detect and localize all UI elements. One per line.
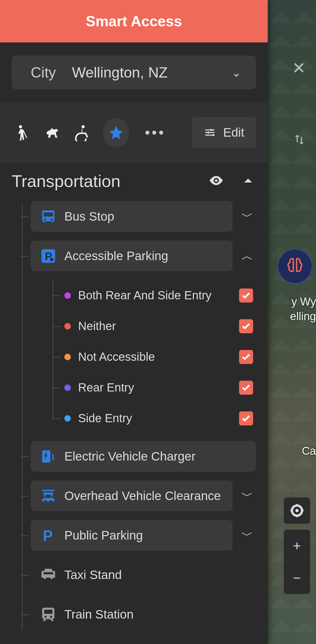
category-taxi-stand[interactable]: Taxi Stand <box>31 559 256 590</box>
chevron-down-icon[interactable]: ﹀ <box>238 527 256 543</box>
checkbox[interactable] <box>239 411 253 425</box>
svg-point-9 <box>50 258 53 261</box>
star-icon <box>108 124 124 141</box>
city-selector-value: Wellington, NZ <box>72 64 231 81</box>
subcategory-label: Not Accessible <box>78 350 239 363</box>
category-label: Electric Vehicle Charger <box>64 449 247 463</box>
color-dot <box>64 354 71 360</box>
map-label: elling <box>290 310 316 323</box>
zoom-in-button[interactable]: + <box>284 530 310 562</box>
subcategory-label: Neither <box>78 320 239 333</box>
transportation-section: Transportation Bus Stop﹀PAccessible Park… <box>0 162 268 644</box>
city-selector[interactable]: City Wellington, NZ ⌄ <box>12 56 256 89</box>
svg-point-1 <box>19 125 22 128</box>
edit-button[interactable]: Edit <box>192 117 256 148</box>
brain-icon <box>285 256 305 277</box>
category-accessible-parking[interactable]: PAccessible Parking︿ <box>31 241 256 271</box>
category-bus-stop[interactable]: Bus Stop﹀ <box>31 201 256 232</box>
taxi-icon <box>40 566 57 584</box>
sliders-icon <box>204 126 216 139</box>
subcategory-list: Both Rear And Side EntryNeitherNot Acces… <box>51 280 256 434</box>
swap-button[interactable] <box>293 133 306 147</box>
category-label: Train Station <box>64 607 247 621</box>
app-title: Smart Access <box>0 0 268 42</box>
svg-point-6 <box>215 179 218 182</box>
visibility-toggle[interactable] <box>208 173 224 190</box>
category-label: Overhead Vehicle Clearance <box>64 489 224 503</box>
category-pill: Taxi Stand <box>31 559 256 590</box>
category-pill: Overhead Vehicle Clearance <box>31 480 233 511</box>
subcategory-item[interactable]: Not Accessible <box>51 341 256 372</box>
favorites-star-button[interactable] <box>103 118 129 147</box>
color-dot <box>64 384 71 391</box>
train-icon <box>40 606 57 623</box>
svg-point-4 <box>207 131 209 133</box>
svg-text:P: P <box>43 527 53 543</box>
category-train-station[interactable]: Train Station <box>31 599 256 630</box>
category-ev-charger[interactable]: Electric Vehicle Charger <box>31 441 256 472</box>
checkbox[interactable] <box>239 350 253 364</box>
subcategory-item[interactable]: Neither <box>51 311 256 341</box>
color-dot <box>64 323 71 329</box>
checkbox[interactable] <box>239 319 253 333</box>
map-label: y Wy <box>291 296 316 308</box>
subcategory-label: Side Entry <box>78 412 239 425</box>
eye-icon <box>208 173 224 188</box>
category-tree: Bus Stop﹀PAccessible Parking︿Both Rear A… <box>12 201 256 630</box>
profile-toolbar: ••• Edit <box>0 102 268 162</box>
subcategory-item[interactable]: Both Rear And Side Entry <box>51 280 256 311</box>
color-dot <box>64 292 71 299</box>
more-button[interactable]: ••• <box>139 124 171 141</box>
clearance-icon <box>40 487 57 505</box>
category-pill: PAccessible Parking <box>31 241 233 271</box>
chevron-down-icon[interactable]: ﹀ <box>238 488 256 504</box>
chevron-up-icon[interactable]: ︿ <box>238 248 256 264</box>
svg-point-5 <box>212 134 214 136</box>
svg-point-0 <box>295 509 299 512</box>
section-title: Transportation <box>12 171 208 191</box>
section-collapse[interactable] <box>240 173 256 190</box>
bus-icon <box>40 208 57 225</box>
category-label: Public Parking <box>64 528 224 542</box>
subcategory-label: Both Rear And Side Entry <box>78 289 239 302</box>
brain-badge[interactable] <box>277 249 312 284</box>
cane-walker-icon[interactable] <box>12 121 32 144</box>
close-button[interactable]: ✕ <box>292 59 306 78</box>
zoom-out-button[interactable]: − <box>284 562 310 594</box>
category-pill: Train Station <box>31 599 256 630</box>
guide-dog-icon[interactable] <box>42 121 62 144</box>
chevron-up-icon <box>240 173 256 188</box>
map-label: Ca <box>302 445 316 457</box>
category-public-parking[interactable]: PPublic Parking﹀ <box>31 520 256 551</box>
city-row: City Wellington, NZ ⌄ <box>0 42 268 102</box>
category-overhead-clearance[interactable]: Overhead Vehicle Clearance﹀ <box>31 480 256 511</box>
color-dot <box>64 415 71 422</box>
svg-point-3 <box>210 129 212 131</box>
swap-vertical-icon <box>293 133 306 146</box>
crosshair-icon <box>290 504 304 517</box>
subcategory-label: Rear Entry <box>78 381 239 394</box>
checkbox[interactable] <box>239 381 253 395</box>
subcategory-item[interactable]: Rear Entry <box>51 372 256 403</box>
locate-button[interactable] <box>284 497 310 524</box>
category-label: Accessible Parking <box>64 249 224 263</box>
checkbox[interactable] <box>239 288 253 303</box>
chevron-down-icon: ⌄ <box>231 66 241 79</box>
parking-icon: P <box>40 527 57 544</box>
filter-panel: Smart Access City Wellington, NZ ⌄ ••• E… <box>0 0 268 644</box>
category-pill: Bus Stop <box>31 201 233 232</box>
check-icon <box>241 321 251 331</box>
svg-point-2 <box>81 125 85 128</box>
category-label: Bus Stop <box>64 209 224 224</box>
tree-trunk-line <box>22 204 23 630</box>
ev-icon <box>40 448 57 465</box>
check-icon <box>241 291 251 300</box>
category-pill: PPublic Parking <box>31 520 233 551</box>
chevron-down-icon[interactable]: ﹀ <box>238 208 256 224</box>
subcategory-item[interactable]: Side Entry <box>51 403 256 434</box>
parking-accessible-icon: P <box>40 247 57 265</box>
edit-button-label: Edit <box>223 126 244 140</box>
check-icon <box>241 383 251 393</box>
category-pill: Electric Vehicle Charger <box>31 441 256 472</box>
wheelchair-icon[interactable] <box>73 121 93 144</box>
